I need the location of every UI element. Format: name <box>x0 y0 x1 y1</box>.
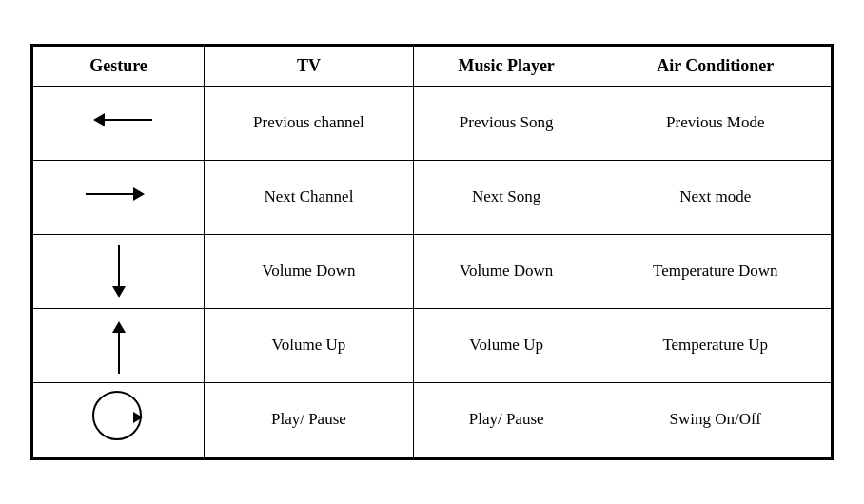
ac-cell-4: Swing On/Off <box>599 382 832 457</box>
gesture-cell-up <box>33 308 205 382</box>
tv-cell-3: Volume Up <box>205 308 414 382</box>
header-ac: Air Conditioner <box>599 47 832 86</box>
gesture-cell-right <box>33 160 205 234</box>
header-tv: TV <box>205 47 414 86</box>
arrow-down-icon <box>112 245 126 298</box>
music-cell-3: Volume Up <box>413 308 599 382</box>
ac-cell-2: Temperature Down <box>599 234 832 308</box>
gesture-cell-down <box>33 234 205 308</box>
table-row: Previous channel Previous Song Previous … <box>33 86 832 160</box>
ac-cell-1: Next mode <box>599 160 832 234</box>
header-gesture: Gesture <box>33 47 205 86</box>
arrow-right-icon <box>86 184 152 204</box>
tv-cell-4: Play/ Pause <box>205 382 414 457</box>
gesture-cell-left <box>33 86 205 160</box>
tv-cell-1: Next Channel <box>205 160 414 234</box>
table-row: Play/ Pause Play/ Pause Swing On/Off <box>33 382 832 457</box>
gesture-cell-circle <box>33 382 205 457</box>
ac-cell-0: Previous Mode <box>599 86 832 160</box>
ac-cell-3: Temperature Up <box>599 308 832 382</box>
arrow-left-icon <box>86 110 152 129</box>
tv-cell-0: Previous channel <box>205 86 414 160</box>
circle-gesture-icon <box>92 391 145 443</box>
tv-cell-2: Volume Down <box>205 234 414 308</box>
header-music: Music Player <box>413 47 599 86</box>
table-row: Next Channel Next Song Next mode <box>33 160 832 234</box>
table-row: Volume Up Volume Up Temperature Up <box>33 308 832 382</box>
gesture-table: Gesture TV Music Player Air Conditioner … <box>32 46 832 457</box>
table-row: Volume Down Volume Down Temperature Down <box>33 234 832 308</box>
music-cell-2: Volume Down <box>413 234 599 308</box>
music-cell-0: Previous Song <box>413 86 599 160</box>
arrow-up-icon <box>112 321 126 374</box>
music-cell-1: Next Song <box>413 160 599 234</box>
music-cell-4: Play/ Pause <box>413 382 599 457</box>
table-wrapper: Gesture TV Music Player Air Conditioner … <box>30 44 834 459</box>
